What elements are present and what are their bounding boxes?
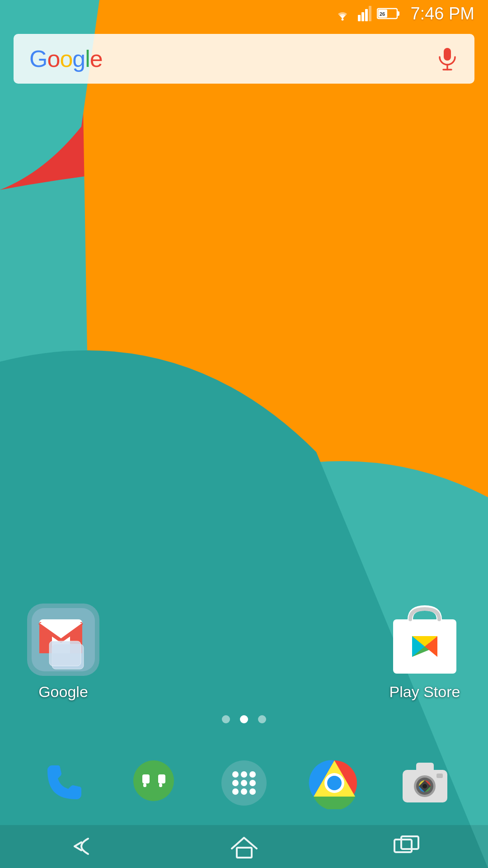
- svg-point-40: [327, 776, 342, 790]
- home-button[interactable]: [226, 833, 262, 860]
- svg-rect-49: [401, 836, 418, 849]
- page-dot-3[interactable]: [258, 715, 266, 723]
- google-logo: Google: [29, 45, 436, 72]
- svg-point-29: [241, 771, 247, 778]
- svg-rect-48: [394, 840, 412, 852]
- svg-rect-47: [237, 848, 252, 858]
- google-folder-label: Google: [38, 683, 88, 701]
- svg-point-35: [241, 788, 247, 795]
- status-icons: 26 7:46 PM: [333, 4, 474, 24]
- svg-rect-25: [158, 774, 165, 783]
- svg-rect-2: [358, 15, 361, 21]
- play-store-icon[interactable]: [389, 604, 461, 676]
- hangouts-icon[interactable]: [124, 754, 183, 813]
- svg-point-34: [232, 788, 239, 795]
- svg-point-36: [249, 788, 256, 795]
- phone-icon[interactable]: [34, 754, 93, 813]
- page-dot-1[interactable]: [222, 715, 230, 723]
- svg-rect-5: [369, 6, 371, 21]
- status-bar: 26 7:46 PM: [0, 0, 488, 27]
- svg-rect-23: [142, 774, 150, 783]
- svg-rect-4: [365, 9, 368, 21]
- nav-bar: [0, 825, 488, 868]
- recents-button[interactable]: [389, 833, 425, 860]
- mic-icon[interactable]: [436, 47, 459, 70]
- back-button[interactable]: [63, 833, 99, 860]
- svg-point-1: [342, 19, 344, 21]
- svg-point-33: [249, 780, 256, 786]
- chrome-icon[interactable]: [305, 754, 364, 813]
- home-icons: Google Play Store: [0, 604, 488, 701]
- google-folder-container[interactable]: Google: [27, 604, 99, 701]
- play-store-container[interactable]: Play Store: [389, 604, 461, 701]
- svg-rect-26: [159, 783, 162, 787]
- svg-rect-7: [397, 11, 399, 16]
- app-drawer-icon[interactable]: [215, 754, 273, 813]
- play-store-label: Play Store: [389, 683, 460, 701]
- wifi-icon: [333, 6, 352, 21]
- camera-icon[interactable]: [395, 754, 454, 813]
- google-folder-icon[interactable]: [27, 604, 99, 676]
- time-display: 7:46 PM: [410, 4, 474, 24]
- svg-point-32: [241, 780, 247, 786]
- battery-icon: 26: [377, 7, 400, 20]
- svg-point-30: [249, 771, 256, 778]
- svg-rect-10: [444, 48, 451, 61]
- page-dots: [0, 715, 488, 723]
- svg-rect-46: [436, 774, 443, 778]
- dock: [0, 741, 488, 825]
- svg-rect-3: [361, 12, 364, 21]
- signal-icon: [358, 6, 371, 21]
- svg-point-28: [232, 771, 239, 778]
- google-search-bar[interactable]: Google: [14, 34, 474, 84]
- page-dot-2[interactable]: [240, 715, 248, 723]
- svg-point-31: [232, 780, 239, 786]
- svg-point-45: [422, 784, 427, 788]
- svg-rect-16: [49, 641, 81, 666]
- svg-rect-24: [143, 783, 146, 787]
- svg-text:26: 26: [380, 11, 385, 17]
